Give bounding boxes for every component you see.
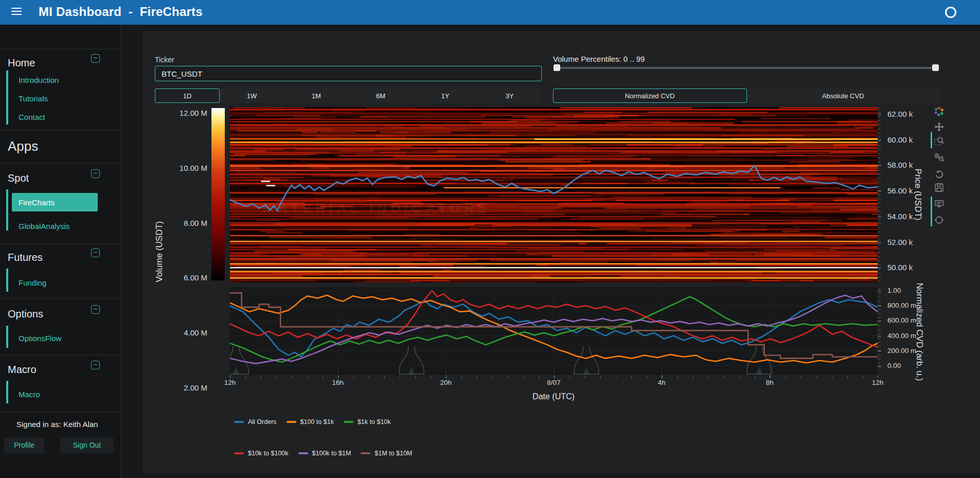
price-axis-tick-label: 62.00 k — [887, 110, 913, 118]
ticker-input[interactable] — [155, 66, 542, 81]
price-axis-tick-label: 52.00 k — [887, 238, 913, 246]
cvd-button-normalized-cvd[interactable]: Normalized CVD — [553, 88, 747, 103]
sidebar-section-title-macro: Macro — [8, 364, 37, 376]
sidebar-section-title-spot: Spot — [8, 172, 29, 184]
x-axis-tick — [878, 375, 878, 378]
cvd-axis-tick-label: 1.00 — [887, 287, 901, 294]
x-axis-tick — [662, 375, 662, 378]
legend-item-$1k-to-$10k[interactable]: $1k to $10k — [344, 418, 391, 426]
sidebar-item-contact[interactable]: Contact — [19, 113, 45, 121]
app-header: MI Dashboard - FireCharts — [0, 0, 980, 25]
cvd-mode-button-group: Normalized CVDAbsolute CVD — [553, 88, 939, 103]
legend-color-dash — [234, 452, 244, 454]
price-axis-tick — [878, 242, 881, 243]
price-axis-tick — [878, 140, 881, 140]
price-axis-tick — [878, 114, 881, 115]
range-button-1m[interactable]: 1M — [284, 88, 349, 103]
range-button-1w[interactable]: 1W — [220, 88, 284, 103]
collapse-minus-icon[interactable]: − — [91, 169, 100, 178]
range-button-1y[interactable]: 1Y — [413, 88, 477, 103]
legend-color-dash — [287, 421, 296, 423]
cvd-axis-tick — [878, 336, 881, 337]
sidebar-item-funding[interactable]: Funding — [19, 278, 46, 287]
colorbar-tick-label: 6.00 M — [166, 273, 207, 282]
sidebar-section-divider — [0, 130, 121, 130]
cvd-axis-tick-label: 0.00 — [887, 362, 901, 369]
timerange-button-group: 1D1W1M6M1Y3Y — [155, 88, 542, 103]
sidebar-divider — [121, 25, 121, 478]
menu-icon[interactable] — [11, 8, 22, 16]
sidebar-section-divider — [0, 298, 121, 299]
cvd-axis-tick-label: 200.00 m — [887, 347, 916, 355]
collapse-minus-icon[interactable]: − — [91, 54, 100, 63]
x-axis-tick — [338, 375, 338, 378]
reset-axes-icon[interactable] — [934, 169, 945, 180]
colorbar-axis-title: Volume (USDT) — [154, 221, 165, 282]
legend-label: All Orders — [248, 418, 277, 426]
price-axis-tick — [878, 217, 881, 217]
legend-item-$1m-to-$10m[interactable]: $1M to $10M — [361, 450, 412, 457]
x-axis-tick — [554, 375, 555, 378]
cvd-chart-canvas[interactable] — [230, 287, 878, 375]
spikelines-icon[interactable] — [934, 215, 945, 225]
legend-label: $10k to $100k — [248, 450, 289, 457]
slider-handle-min[interactable] — [554, 64, 560, 71]
range-button-3y[interactable]: 3Y — [478, 88, 542, 103]
legend-item-$100k-to-$1m[interactable]: $100k to $1M — [298, 450, 351, 457]
legend-color-dash — [361, 452, 370, 454]
x-axis-tick-label: 16h — [325, 379, 351, 386]
sidebar-apps-heading: Apps — [8, 138, 38, 154]
legend-label: $100k to $1M — [312, 450, 351, 457]
legend-color-dash — [344, 421, 353, 423]
range-button-1d[interactable]: 1D — [155, 88, 220, 103]
fire-heatmap-canvas[interactable] — [230, 107, 878, 282]
signout-button[interactable]: Sign Out — [60, 437, 114, 453]
zoom-in-out-icon[interactable] — [934, 152, 945, 163]
sidebar-item-globalanalysis[interactable]: GlobalAnalysis — [19, 222, 69, 231]
collapse-minus-icon[interactable]: − — [91, 361, 100, 369]
cvd-axis-tick — [878, 351, 881, 351]
sidebar-section-title-futures: Futures — [8, 252, 43, 263]
legend-item-$100-to-$1k[interactable]: $100 to $1k — [287, 418, 334, 426]
slider-handle-max[interactable] — [932, 64, 939, 71]
cvd-axis-tick — [878, 321, 881, 321]
cvd-axis-tick-label: 600.00 m — [887, 316, 916, 324]
status-circle-icon[interactable] — [945, 7, 956, 18]
sidebar-item-optionsflow[interactable]: OptionsFlow — [19, 334, 61, 343]
sidebar-section-divider — [0, 412, 121, 412]
sidebar-section-title-options: Options — [8, 308, 43, 320]
range-button-6m[interactable]: 6M — [349, 88, 413, 103]
tooltip-mode-icon[interactable] — [934, 199, 945, 209]
profile-button[interactable]: Profile — [4, 437, 44, 453]
volume-percentiles-slider[interactable] — [555, 67, 938, 69]
collapse-minus-icon[interactable]: − — [91, 305, 100, 314]
legend-color-dash — [234, 421, 244, 423]
x-axis-tick — [446, 375, 447, 378]
cvd-button-absolute-cvd[interactable]: Absolute CVD — [747, 88, 940, 103]
page-title: MI Dashboard - FireCharts — [39, 5, 203, 19]
save-icon[interactable] — [934, 182, 945, 193]
legend-item-$10k-to-$100k[interactable]: $10k to $100k — [234, 450, 289, 457]
plotly-logo-icon[interactable] — [934, 106, 945, 117]
sidebar-item-bar — [6, 381, 8, 403]
box-zoom-icon[interactable] — [934, 136, 945, 147]
x-axis-tick-label: 8h — [757, 379, 782, 386]
legend-label: $1k to $10k — [358, 418, 391, 426]
legend-item-all-orders[interactable]: All Orders — [234, 418, 277, 426]
colorbar-tick-label: 4.00 M — [166, 328, 207, 337]
volume-colorbar — [211, 108, 225, 280]
sidebar-item-macro[interactable]: Macro — [19, 390, 40, 399]
price-axis-tick-label: 56.00 k — [887, 186, 913, 195]
sidebar-item-firecharts[interactable]: FireCharts — [19, 198, 55, 207]
collapse-minus-icon[interactable]: − — [91, 249, 100, 257]
cvd-axis-tick — [878, 306, 881, 306]
sidebar-section-divider — [0, 49, 121, 49]
cvd-axis-tick — [878, 291, 881, 291]
pan-icon[interactable] — [934, 121, 945, 132]
main-panel: Ticker Volume Percentiles: 0 .. 99 1D1W1… — [142, 31, 980, 473]
sidebar-item-tutorials[interactable]: Tutorials — [19, 94, 48, 103]
sidebar-section-divider — [0, 244, 121, 244]
sidebar-item-introduction[interactable]: Introduction — [19, 76, 59, 84]
legend-row: $10k to $100k$100k to $1M$1M to $10M — [234, 450, 412, 457]
legend-label: $1M to $10M — [375, 450, 412, 457]
